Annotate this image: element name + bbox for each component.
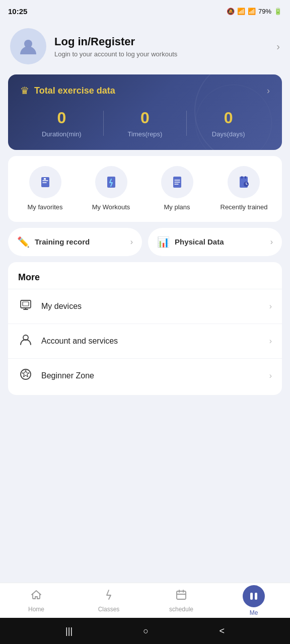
- beginner-chevron-icon: ›: [269, 371, 272, 380]
- beginner-icon: [18, 368, 33, 384]
- nav-me[interactable]: Me: [218, 583, 290, 618]
- action-recent[interactable]: Recently trained: [221, 166, 268, 212]
- devices-chevron-icon: ›: [269, 302, 272, 311]
- schedule-nav-label: schedule: [169, 606, 193, 613]
- schedule-icon: [175, 589, 187, 604]
- physical-data-icon: 📊: [157, 236, 170, 248]
- me-icon-bg: [243, 585, 265, 607]
- stat-times: 0 Times(reps): [104, 109, 187, 138]
- mute-icon: 🔕: [227, 8, 235, 15]
- home-nav-label: Home: [28, 606, 44, 613]
- stat-days: 0 Days(days): [187, 109, 270, 138]
- home-icon: [30, 589, 42, 604]
- training-record-chevron-icon: ›: [130, 237, 133, 247]
- more-section: More My devices › Account and services ›: [8, 262, 282, 395]
- stat-duration-label: Duration(min): [20, 130, 103, 138]
- exercise-card[interactable]: ♛ Total exercise data › 0 Duration(min) …: [8, 74, 282, 150]
- status-time: 10:25: [8, 7, 27, 16]
- recent-label: Recently trained: [221, 203, 268, 212]
- bottom-nav: Home Classes schedule Me: [0, 583, 290, 618]
- svg-rect-17: [250, 593, 253, 600]
- nav-classes[interactable]: Classes: [72, 583, 145, 618]
- exercise-chevron-icon: ›: [267, 86, 270, 96]
- crown-icon: ♛: [20, 85, 29, 97]
- workouts-label: My Workouts: [92, 203, 130, 212]
- stat-days-label: Days(days): [187, 130, 270, 138]
- signal-icon: 📶: [248, 8, 256, 15]
- login-text-block: Log in/Register Login to your account to…: [54, 35, 268, 58]
- stat-duration: 0 Duration(min): [20, 109, 103, 138]
- exercise-header: ♛ Total exercise data ›: [20, 85, 270, 97]
- classes-icon: [103, 589, 115, 604]
- plans-icon-bg: [161, 166, 193, 198]
- training-record-label: Training record: [35, 237, 90, 246]
- more-title: More: [8, 272, 282, 289]
- training-record-left: ✏️ Training record: [17, 236, 90, 248]
- plans-label: My plans: [164, 203, 190, 212]
- system-menu-button[interactable]: |||: [65, 626, 72, 636]
- account-chevron-icon: ›: [269, 337, 272, 346]
- favorites-label: My favorites: [27, 203, 62, 212]
- status-bar: 10:25 🔕 📶 📶 79% 🔋: [0, 0, 290, 20]
- battery-icon: 🔋: [274, 8, 282, 15]
- more-item-devices[interactable]: My devices ›: [8, 289, 282, 324]
- action-workouts[interactable]: My Workouts: [89, 166, 134, 212]
- stat-days-value: 0: [187, 109, 270, 127]
- svg-rect-9: [241, 176, 243, 179]
- status-icons: 🔕 📶 📶 79% 🔋: [227, 8, 282, 15]
- stat-duration-value: 0: [20, 109, 103, 127]
- wifi-icon: 📶: [237, 8, 245, 15]
- training-record-icon: ✏️: [17, 236, 30, 248]
- more-item-account[interactable]: Account and services ›: [8, 324, 282, 358]
- svg-rect-12: [21, 300, 31, 308]
- svg-rect-10: [245, 176, 246, 179]
- beginner-label: Beginner Zone: [41, 371, 261, 380]
- system-nav: ||| ○ <: [0, 618, 290, 644]
- battery-text: 79%: [258, 8, 271, 15]
- main-content: Log in/Register Login to your account to…: [0, 20, 290, 583]
- avatar: [10, 28, 46, 64]
- svg-rect-16: [177, 591, 186, 599]
- stat-times-label: Times(reps): [104, 130, 187, 138]
- login-section[interactable]: Log in/Register Login to your account to…: [0, 20, 290, 72]
- exercise-title: Total exercise data: [34, 86, 115, 96]
- action-favorites[interactable]: My favorites: [23, 166, 68, 212]
- account-icon: [18, 333, 33, 349]
- exercise-stats: 0 Duration(min) 0 Times(reps) 0 Days(day…: [20, 109, 270, 138]
- login-chevron-icon: ›: [276, 41, 280, 52]
- login-subtitle: Login to your account to log your workou…: [54, 50, 268, 58]
- exercise-title-row: ♛ Total exercise data: [20, 85, 115, 97]
- stat-times-value: 0: [104, 109, 187, 127]
- nav-schedule[interactable]: schedule: [145, 583, 218, 618]
- record-row: ✏️ Training record › 📊 Physical Data ›: [8, 228, 282, 256]
- svg-rect-13: [23, 302, 29, 306]
- training-record-button[interactable]: ✏️ Training record ›: [8, 228, 142, 256]
- classes-nav-label: Classes: [98, 606, 120, 613]
- more-item-beginner[interactable]: Beginner Zone ›: [8, 358, 282, 393]
- physical-data-left: 📊 Physical Data: [157, 236, 224, 248]
- physical-data-label: Physical Data: [175, 237, 224, 246]
- nav-home[interactable]: Home: [0, 583, 72, 618]
- action-plans[interactable]: My plans: [155, 166, 200, 212]
- physical-data-button[interactable]: 📊 Physical Data ›: [148, 228, 282, 256]
- system-back-button[interactable]: <: [219, 626, 225, 636]
- physical-data-chevron-icon: ›: [270, 237, 273, 247]
- svg-rect-18: [255, 593, 257, 600]
- account-label: Account and services: [41, 337, 261, 346]
- favorites-icon-bg: [29, 166, 61, 198]
- recent-icon-bg: [228, 166, 260, 198]
- devices-icon: [18, 298, 33, 314]
- quick-actions: My favorites My Workouts My plans: [8, 156, 282, 222]
- devices-label: My devices: [41, 302, 261, 311]
- workouts-icon-bg: [95, 166, 127, 198]
- login-title: Log in/Register: [54, 35, 268, 48]
- me-nav-label: Me: [250, 609, 258, 616]
- system-home-button[interactable]: ○: [143, 626, 149, 636]
